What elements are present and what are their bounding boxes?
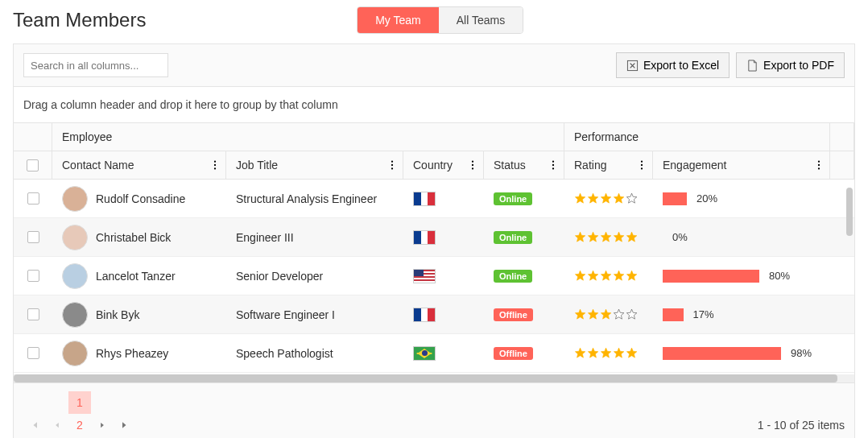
vertical-scrollbar[interactable] [843, 123, 854, 373]
rating-stars [574, 270, 638, 282]
cell-contact-name: Rudolf Consadine [52, 180, 226, 217]
tab-all-teams[interactable]: All Teams [439, 7, 523, 33]
row-select-cell[interactable] [14, 218, 52, 256]
column-header-groups: Employee Performance [14, 123, 854, 151]
export-pdf-button[interactable]: Export to PDF [736, 52, 845, 78]
star-icon [574, 270, 586, 282]
table-row[interactable]: Rudolf ConsadineStructural Analysis Engi… [14, 180, 854, 218]
engagement-bar [663, 308, 684, 321]
svg-point-13 [641, 160, 643, 162]
row-select-cell[interactable] [14, 334, 52, 372]
select-all-header [14, 123, 52, 151]
avatar [62, 341, 88, 366]
table-row[interactable]: Rhys PheazeySpeech PathologistOffline98% [14, 334, 854, 373]
column-headers: Contact Name Job Title Country Status Ra… [14, 151, 854, 180]
row-select-cell[interactable] [14, 295, 52, 333]
pager-last-button[interactable] [114, 414, 136, 436]
engagement-label: 98% [791, 347, 812, 359]
column-group-employee[interactable]: Employee [52, 123, 564, 151]
column-menu-status[interactable] [548, 159, 559, 171]
row-checkbox[interactable] [27, 270, 39, 282]
column-status[interactable]: Status [484, 151, 564, 179]
cell-rating [564, 295, 653, 333]
engagement-label: 0% [672, 231, 688, 243]
column-country-label: Country [413, 159, 453, 171]
tab-my-team[interactable]: My Team [358, 7, 439, 33]
row-checkbox[interactable] [27, 231, 39, 243]
engagement-label: 20% [696, 192, 717, 205]
column-menu-contact-name[interactable] [209, 159, 221, 171]
column-group-performance[interactable]: Performance [564, 123, 830, 151]
contact-name-label: Lancelot Tanzer [96, 270, 176, 283]
select-all-cell[interactable] [14, 151, 52, 179]
row-checkbox[interactable] [27, 192, 39, 205]
page-header: Team Members My TeamAll Teams [13, 6, 855, 34]
star-icon [574, 308, 586, 320]
column-rating-label: Rating [574, 159, 606, 171]
group-drop-hint[interactable]: Drag a column header and drop it here to… [14, 87, 854, 123]
pager-info: 1 - 10 of 25 items [758, 419, 845, 432]
column-menu-rating[interactable] [636, 159, 647, 171]
engagement-label: 80% [769, 270, 790, 282]
grid-body: Rudolf ConsadineStructural Analysis Engi… [14, 180, 854, 373]
svg-point-6 [391, 167, 393, 169]
star-icon [613, 192, 625, 205]
status-badge: Online [494, 270, 532, 283]
column-engagement-label: Engagement [663, 159, 726, 171]
column-contact-name-label: Contact Name [62, 159, 134, 171]
table-row[interactable]: Bink BykSoftware Engineer IOffline17% [14, 295, 854, 334]
rating-stars [574, 347, 638, 359]
column-menu-country[interactable] [467, 159, 478, 171]
cell-engagement: 0% [653, 218, 830, 256]
row-select-cell[interactable] [14, 257, 52, 295]
table-row[interactable]: Christabel BickEngineer IIIOnline0% [14, 218, 854, 257]
star-icon [600, 270, 612, 282]
column-menu-engagement[interactable] [813, 159, 825, 171]
table-row[interactable]: Lancelot TanzerSenior DeveloperOnline80% [14, 257, 854, 295]
row-checkbox[interactable] [27, 308, 39, 320]
svg-point-12 [552, 167, 554, 169]
svg-point-14 [641, 164, 643, 166]
pager-prev-button[interactable] [46, 414, 68, 436]
contact-name-label: Christabel Bick [96, 231, 171, 244]
kebab-icon [636, 159, 647, 171]
grid-pager: 123 1 - 10 of 25 items [14, 382, 854, 438]
cell-rating [564, 257, 653, 295]
pager-page-1[interactable]: 1 [68, 391, 91, 414]
cell-engagement: 17% [653, 295, 830, 333]
status-badge: Offline [494, 308, 533, 321]
column-engagement[interactable]: Engagement [653, 151, 830, 179]
cell-engagement: 98% [653, 334, 830, 372]
star-icon [600, 231, 612, 243]
horizontal-scroll-thumb[interactable] [14, 374, 837, 382]
column-country[interactable]: Country [403, 151, 484, 179]
vertical-scroll-thumb[interactable] [846, 188, 853, 236]
svg-point-1 [214, 160, 216, 162]
column-rating[interactable]: Rating [564, 151, 653, 179]
rating-stars [574, 308, 638, 320]
job-title-label: Senior Developer [236, 270, 323, 283]
chevron-right-icon [98, 421, 106, 429]
column-contact-name[interactable]: Contact Name [52, 151, 226, 179]
avatar [62, 186, 88, 212]
pager-next-button[interactable] [91, 414, 114, 436]
row-select-cell[interactable] [14, 180, 52, 217]
star-icon [626, 270, 638, 282]
cell-country [403, 295, 484, 333]
pager-page-2[interactable]: 2 [68, 414, 91, 436]
svg-point-15 [641, 167, 643, 169]
cell-job-title: Speech Pathologist [226, 334, 403, 372]
team-tabbar: My TeamAll Teams [357, 6, 523, 34]
star-icon [587, 270, 599, 282]
horizontal-scrollbar[interactable] [14, 374, 854, 382]
column-menu-job-title[interactable] [386, 159, 398, 171]
cell-status: Offline [484, 295, 564, 333]
search-input[interactable] [23, 53, 168, 77]
pager-first-button[interactable] [23, 414, 46, 436]
row-checkbox[interactable] [27, 347, 39, 359]
cell-job-title: Engineer III [226, 218, 403, 256]
export-excel-button[interactable]: Export to Excel [616, 52, 730, 78]
rating-stars [574, 192, 638, 205]
column-job-title[interactable]: Job Title [226, 151, 403, 179]
select-all-checkbox[interactable] [27, 159, 39, 171]
